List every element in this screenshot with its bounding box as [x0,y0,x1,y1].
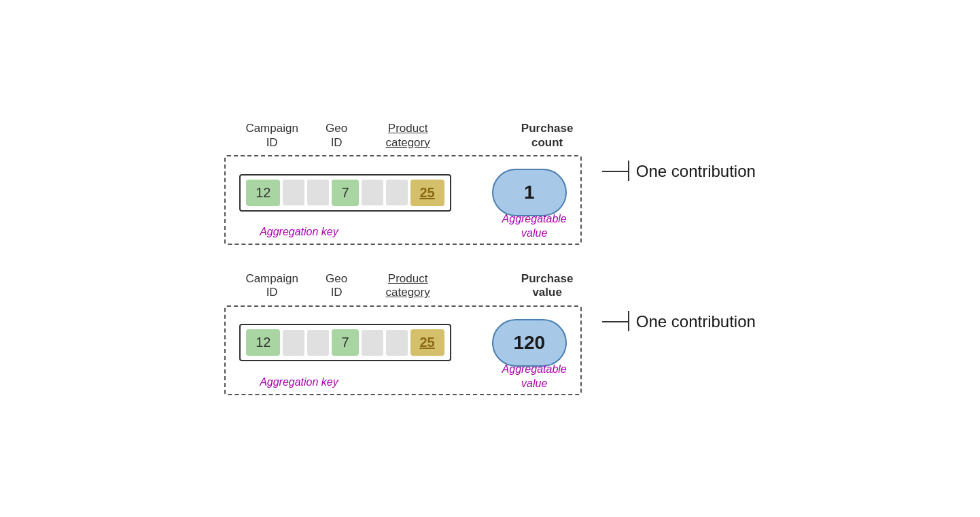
contribution-label-2: One contribution [636,312,756,331]
agg-key-label-1: Aggregation key [260,226,338,238]
dashed-container-1: 12 7 25 1 Aggregation key Aggrega [224,155,582,245]
aggregatable-value-bubble-2: 120 [492,319,567,367]
product-category-header-1: Product category [367,122,449,150]
gray-cell-1b [307,180,329,205]
agg-key-label-2: Aggregation key [260,376,338,388]
gray-spacer-2a [283,330,329,356]
gray-cell-1a [283,180,304,205]
main-diagram: Campaign ID Geo ID Product category Purc… [211,108,769,409]
geo-id-header-1: Geo ID [306,122,367,150]
contribution-label-1: One contribution [636,162,756,181]
bracket-line-1 [602,171,629,172]
gray-spacer-2b [362,330,408,356]
contribution-right-1: One contribution [602,162,756,181]
purchase-count-header-1: Purchase count [489,122,605,150]
gray-cell-2d [386,330,408,356]
gray-cell-2b [307,330,329,356]
product-category-header-2: Product category [367,272,449,300]
campaign-id-cell-1: 12 [246,180,280,206]
agg-val-label-1: Aggregatable value [502,212,567,241]
gray-cell-2c [362,330,383,356]
purchase-value-header-2: Purchase value [489,272,605,300]
bracket-line-2 [602,321,629,322]
campaign-id-cell-2: 12 [246,329,280,356]
headers-row-2: Campaign ID Geo ID Product category Purc… [224,272,756,300]
geo-id-cell-2: 7 [332,329,358,356]
gray-cell-2a [283,330,304,356]
dashed-container-2: 12 7 25 120 Aggregation key Aggre [224,305,582,395]
geo-id-cell-1: 7 [332,180,358,206]
aggregatable-value-bubble-1: 1 [492,169,567,216]
aggregation-key-box-1: 12 7 25 [239,174,451,212]
contribution-right-2: One contribution [602,312,756,331]
geo-id-header-2: Geo ID [306,272,367,300]
campaign-id-header-2: Campaign ID [238,272,306,300]
headers-row-1: Campaign ID Geo ID Product category Purc… [224,122,756,150]
gray-spacer-1 [283,180,329,205]
product-id-cell-1: 25 [410,180,444,206]
content-row-1: 12 7 25 1 Aggregation key Aggrega [224,155,756,245]
contribution-block-1: Campaign ID Geo ID Product category Purc… [224,122,756,245]
contribution-block-2: Campaign ID Geo ID Product category Purc… [224,272,756,395]
content-row-2: 12 7 25 120 Aggregation key Aggre [224,305,756,395]
gray-spacer-1b [362,180,408,205]
gray-cell-1c [362,180,383,205]
agg-val-label-2: Aggregatable value [502,363,567,391]
aggregation-key-box-2: 12 7 25 [239,324,451,361]
product-id-cell-2: 25 [410,329,444,356]
gray-cell-1d [386,180,408,205]
campaign-id-header-1: Campaign ID [238,122,306,150]
